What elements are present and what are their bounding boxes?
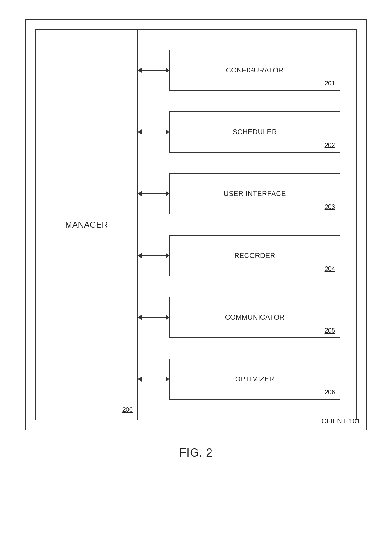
scheduler-name: SCHEDULER: [233, 128, 277, 136]
scheduler-box: SCHEDULER 202: [169, 111, 340, 153]
arrowhead-right-icon: [166, 315, 169, 320]
communicator-name: COMMUNICATOR: [225, 313, 285, 321]
scheduler-ref: 202: [325, 141, 335, 149]
optimizer-ref: 206: [325, 389, 335, 396]
optimizer-box: OPTIMIZER 206: [169, 359, 340, 400]
arrowhead-left-icon: [138, 68, 142, 73]
recorder-name: RECORDER: [234, 252, 275, 260]
component-row: SCHEDULER 202: [138, 111, 340, 153]
client-box: MANAGER 200 CONFIGURATOR 201: [25, 19, 367, 430]
user-interface-ref: 203: [325, 203, 335, 210]
arrow-line: [138, 377, 169, 382]
arrow-connector: [138, 68, 169, 73]
arrow-connector: [138, 253, 169, 258]
manager-ref: 200: [122, 406, 133, 413]
arrow-line: [138, 68, 169, 73]
arrowhead-right-icon: [166, 68, 169, 73]
inner-wrapper: MANAGER 200 CONFIGURATOR 201: [35, 29, 357, 420]
configurator-ref: 201: [325, 80, 335, 87]
components-section: CONFIGURATOR 201 SCHEDULER 202: [138, 30, 356, 420]
arrow-line: [138, 315, 169, 320]
communicator-box: COMMUNICATOR 205: [169, 297, 340, 338]
arrowhead-right-icon: [166, 253, 169, 258]
recorder-ref: 204: [325, 265, 335, 272]
component-row: OPTIMIZER 206: [138, 359, 340, 400]
arrow-connector: [138, 191, 169, 196]
recorder-box: RECORDER 204: [169, 235, 340, 276]
client-label: CLIENT 101: [322, 417, 360, 425]
arrow-line: [138, 253, 169, 258]
arrowhead-left-icon: [138, 191, 142, 196]
arrowhead-right-icon: [166, 377, 169, 382]
configurator-box: CONFIGURATOR 201: [169, 50, 340, 91]
component-row: CONFIGURATOR 201: [138, 50, 340, 91]
arrow-line: [138, 129, 169, 134]
arrow-line: [138, 191, 169, 196]
optimizer-name: OPTIMIZER: [235, 375, 274, 383]
manager-label: MANAGER: [65, 220, 108, 230]
arrow-connector: [138, 377, 169, 382]
communicator-ref: 205: [325, 327, 335, 334]
arrowhead-left-icon: [138, 129, 142, 134]
client-text: CLIENT: [322, 417, 346, 425]
page-container: MANAGER 200 CONFIGURATOR 201: [0, 0, 392, 543]
arrowhead-left-icon: [138, 377, 142, 382]
user-interface-name: USER INTERFACE: [224, 190, 286, 198]
component-row: USER INTERFACE 203: [138, 173, 340, 214]
figure-label: FIG. 2: [179, 446, 213, 459]
user-interface-box: USER INTERFACE 203: [169, 173, 340, 214]
arrow-connector: [138, 129, 169, 134]
arrowhead-right-icon: [166, 191, 169, 196]
arrowhead-left-icon: [138, 253, 142, 258]
manager-section: MANAGER 200: [36, 30, 137, 420]
client-ref: 101: [349, 417, 360, 425]
arrow-connector: [138, 315, 169, 320]
component-row: RECORDER 204: [138, 235, 340, 276]
arrowhead-left-icon: [138, 315, 142, 320]
arrowhead-right-icon: [166, 129, 169, 134]
component-row: COMMUNICATOR 205: [138, 297, 340, 338]
configurator-name: CONFIGURATOR: [226, 66, 284, 74]
